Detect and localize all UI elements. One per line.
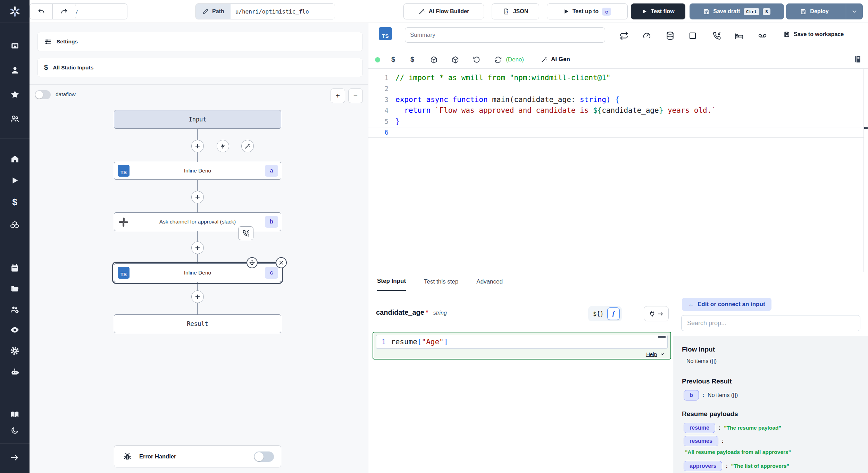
early-stop-square-icon[interactable] <box>688 31 697 40</box>
redo-icon <box>60 8 68 15</box>
star-icon[interactable] <box>10 90 20 99</box>
bot-icon[interactable] <box>10 367 20 377</box>
code-line[interactable]: 2 <box>368 83 863 94</box>
code-line[interactable]: 1// import * as wmill from "npm:windmill… <box>368 72 863 83</box>
flow-node-input[interactable]: Input <box>114 110 281 129</box>
resource-cube-icon[interactable] <box>430 56 438 64</box>
ai-flow-builder-button[interactable]: AI Flow Builder <box>403 3 484 19</box>
add-step-button[interactable] <box>191 242 204 254</box>
dataflow-toggle[interactable] <box>35 90 51 99</box>
colon: : <box>726 463 727 469</box>
add-step-button[interactable] <box>191 290 204 303</box>
zoom-out-button[interactable]: − <box>348 88 363 103</box>
code-line[interactable]: 6 <box>368 127 863 138</box>
prop-badge-resume[interactable]: resume <box>684 423 715 433</box>
code-line[interactable]: 4 return `Flow was approved and candidat… <box>368 105 863 116</box>
code-editor[interactable]: 1// import * as wmill from "npm:windmill… <box>368 72 863 138</box>
test-flow-button[interactable]: Test flow <box>631 3 685 19</box>
help-link[interactable]: Help <box>646 351 657 357</box>
plus-icon <box>194 245 201 251</box>
prop-badge-approvers[interactable]: approvers <box>684 461 722 471</box>
users-group-icon[interactable] <box>10 114 20 124</box>
expression-editor[interactable]: 1 resume["Age"] <box>376 335 668 349</box>
resource-type-cube-icon[interactable] <box>451 56 459 64</box>
redo-button[interactable] <box>53 4 76 19</box>
mini-scrollbar[interactable] <box>658 336 666 338</box>
path-label[interactable]: Path <box>196 4 231 19</box>
zoom-in-button[interactable]: + <box>331 88 345 103</box>
deploy-button[interactable]: Deploy <box>786 4 842 19</box>
phone-incoming-icon <box>242 229 250 237</box>
folders-icon[interactable] <box>10 284 20 294</box>
sleep-bed-icon[interactable] <box>735 31 744 40</box>
close-icon <box>278 260 284 265</box>
suspend-phone-incoming-icon[interactable] <box>712 31 721 40</box>
expand-arrow-icon[interactable] <box>10 453 20 462</box>
step-summary-input[interactable] <box>405 27 605 43</box>
deploy-dropdown-button[interactable] <box>846 4 862 19</box>
ai-add-step-button[interactable] <box>241 140 254 152</box>
connect-input-button[interactable] <box>644 306 669 321</box>
concurrency-gauge-icon[interactable] <box>642 31 651 40</box>
javascript-mode-button[interactable]: f <box>607 307 620 320</box>
prop-badge-b[interactable]: b <box>684 390 699 400</box>
runs-play-icon[interactable] <box>10 176 20 185</box>
path-input[interactable] <box>231 4 335 19</box>
error-handler-row[interactable]: Error Handler <box>114 445 281 467</box>
variables-dollar-icon[interactable]: $ <box>10 197 20 207</box>
code-line[interactable]: 3export async function main(candidate_ag… <box>368 94 863 105</box>
undo-button[interactable] <box>30 4 53 19</box>
tab-advanced[interactable]: Advanced <box>476 272 503 291</box>
flow-node-b[interactable]: Ask channel for approval (slack) b <box>114 212 281 231</box>
apps-icon[interactable] <box>10 41 20 51</box>
save-to-workspace-button[interactable]: Save to workspace <box>783 31 844 38</box>
refresh-language-icon[interactable] <box>494 56 502 64</box>
move-node-button[interactable] <box>247 257 258 268</box>
tab-step-input[interactable]: Step Input <box>377 272 406 291</box>
cache-database-icon[interactable] <box>666 31 675 40</box>
error-handler-toggle[interactable] <box>254 451 274 462</box>
delete-node-button[interactable] <box>276 257 287 268</box>
tab-test-this-step[interactable]: Test this step <box>424 272 458 291</box>
reset-history-icon[interactable] <box>473 56 481 64</box>
expression-editor-box[interactable]: 1 resume["Age"] Help <box>373 332 671 360</box>
prop-badge-resumes[interactable]: resumes <box>684 436 718 446</box>
retry-icon[interactable] <box>619 31 628 40</box>
windmill-logo[interactable] <box>0 0 30 23</box>
json-button[interactable]: {} JSON <box>492 3 539 19</box>
node-id-badge: b <box>265 216 278 228</box>
flow-settings-row[interactable]: Settings <box>37 32 362 51</box>
play-icon <box>564 9 569 14</box>
user-icon[interactable] <box>10 65 20 75</box>
editor-scroll-gutter[interactable] <box>863 69 864 272</box>
json-file-icon: {} <box>503 8 510 15</box>
search-prop-input[interactable] <box>681 315 860 331</box>
schedules-calendar-icon[interactable] <box>10 263 20 273</box>
home-icon[interactable] <box>10 154 20 164</box>
script-library-icon[interactable] <box>854 55 862 63</box>
template-mode-button[interactable]: ${} <box>593 310 604 317</box>
edit-or-connect-button[interactable]: ← Edit or connect an input <box>682 298 771 311</box>
code-line[interactable]: 5} <box>368 116 863 127</box>
ai-gen-button[interactable]: AI Gen <box>541 56 570 63</box>
docs-book-icon[interactable] <box>10 409 20 419</box>
contextual-variable-dollar-icon[interactable]: $ <box>410 56 414 64</box>
resources-boxes-icon[interactable] <box>10 219 20 229</box>
node-id-badge: a <box>265 165 278 177</box>
add-step-button[interactable] <box>191 191 204 203</box>
settings-gear-icon[interactable] <box>10 346 20 355</box>
flow-input-title: Flow Input <box>682 346 715 353</box>
mock-voicemail-icon[interactable] <box>758 31 767 40</box>
deno-language-label[interactable]: (Deno) <box>506 56 524 63</box>
dark-mode-moon-icon[interactable] <box>10 425 20 435</box>
all-static-inputs-row[interactable]: $ All Static Inputs <box>37 58 362 77</box>
workers-icon[interactable] <box>10 305 20 314</box>
flow-node-a[interactable]: TS Inline Deno a <box>114 162 281 180</box>
variable-dollar-icon[interactable]: $ <box>391 56 395 64</box>
flow-node-result[interactable]: Result <box>114 314 281 333</box>
add-trigger-button[interactable] <box>217 140 229 152</box>
test-up-to-button[interactable]: Test up to c <box>547 3 628 19</box>
audit-eye-icon[interactable] <box>10 325 20 335</box>
add-step-button[interactable] <box>191 140 204 152</box>
save-draft-button[interactable]: Save draft Ctrl S <box>690 3 784 19</box>
